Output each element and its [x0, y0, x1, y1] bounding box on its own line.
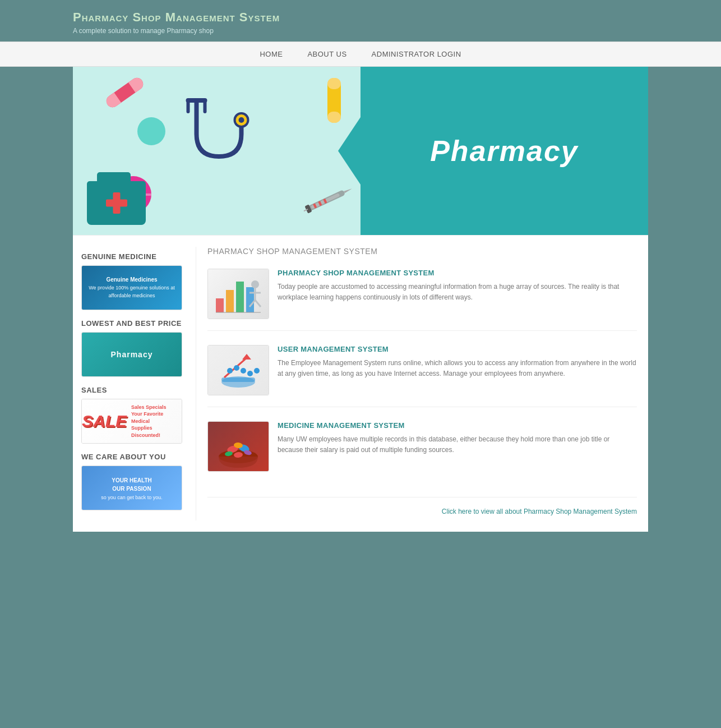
- svg-rect-14: [226, 290, 234, 312]
- view-all-section: Click here to view all about Pharmacy Sh…: [207, 497, 637, 519]
- bandage-yellow-icon: [327, 78, 341, 123]
- view-all-link[interactable]: Click here to view all about Pharmacy Sh…: [442, 508, 637, 515]
- site-header: Pharmacy Shop Management System A comple…: [0, 0, 721, 42]
- pharmacy-system-title: PHARMACY SHOP MANAGEMENT SYSTEM: [278, 269, 637, 277]
- sale-tag-icon: SALE: [82, 412, 127, 431]
- sidebar-sales-title: SALES: [81, 386, 187, 394]
- pharmacy-system-text: PHARMACY SHOP MANAGEMENT SYSTEM Today pe…: [278, 269, 637, 319]
- svg-rect-13: [216, 298, 224, 312]
- sidebar-sale-img: SALE Sales SpecialsYour Favorite Medical…: [81, 399, 182, 444]
- health-passion-text: YOUR HEALTHOUR PASSION: [101, 476, 163, 493]
- stethoscope-icon: [177, 89, 249, 192]
- nav-home[interactable]: HOME: [247, 42, 295, 66]
- sidebar-pharmacy-img: Pharmacy: [81, 332, 182, 377]
- content-item-pharmacy: PHARMACY SHOP MANAGEMENT SYSTEM Today pe…: [207, 269, 637, 331]
- user-management-img: [207, 345, 269, 395]
- content-area: GENUINE MEDICINE Genuine MedicinesWe pro…: [73, 235, 648, 532]
- svg-marker-26: [242, 354, 251, 360]
- medicine-management-title: MEDICINE MANAGEMENT SYSTEM: [278, 421, 637, 430]
- user-management-title: USER MANAGEMENT SYSTEM: [278, 345, 637, 353]
- bandage-icon: [104, 75, 145, 109]
- svg-rect-24: [221, 377, 255, 382]
- nav-about[interactable]: ABOUT US: [295, 42, 359, 66]
- left-sidebar: GENUINE MEDICINE Genuine MedicinesWe pro…: [73, 247, 196, 520]
- sidebar-price-title: LOWEST AND BEST PRICE: [81, 319, 187, 328]
- user-management-desc: The Employee Management System runs onli…: [278, 358, 637, 379]
- sidebar-genuine-img: Genuine MedicinesWe provide 100% genuine…: [81, 265, 182, 310]
- pill-teal-icon: [137, 117, 165, 145]
- pharmacy-system-desc: Today people are accustomed to accessing…: [278, 282, 637, 303]
- medicine-management-text: MEDICINE MANAGEMENT SYSTEM Many UW emplo…: [278, 421, 637, 472]
- site-title: Pharmacy Shop Management System: [73, 10, 648, 25]
- svg-point-5: [238, 117, 244, 123]
- content-item-user: USER MANAGEMENT SYSTEM The Employee Mana…: [207, 345, 637, 407]
- svg-rect-16: [246, 287, 254, 312]
- user-management-text: USER MANAGEMENT SYSTEM The Employee Mana…: [278, 345, 637, 395]
- svg-point-29: [241, 368, 246, 374]
- sidebar-health-img: YOUR HEALTHOUR PASSION so you can get ba…: [81, 466, 182, 510]
- pharmacy-system-img: [207, 269, 269, 319]
- medicine-management-desc: Many UW employees have multiple records …: [278, 434, 637, 455]
- main-container: Pharmacy GENUINE MEDICINE Genuine Medici…: [73, 67, 648, 532]
- medicine-management-img: [207, 421, 269, 472]
- sale-desc: Sales SpecialsYour Favorite MedicalSuppl…: [131, 404, 182, 439]
- content-item-medicine: MEDICINE MANAGEMENT SYSTEM Many UW emplo…: [207, 421, 637, 483]
- banner-pharmacy-text: Pharmacy: [430, 134, 579, 168]
- syringe-icon: [301, 179, 359, 220]
- navigation-bar: HOME ABOUT US ADMINISTRATOR LOGIN: [0, 42, 721, 67]
- nav-admin-login[interactable]: ADMINISTRATOR LOGIN: [359, 42, 474, 66]
- sidebar-pharmacy-text: Pharmacy: [111, 350, 153, 359]
- svg-point-28: [234, 365, 239, 371]
- svg-point-18: [251, 280, 259, 288]
- svg-point-30: [247, 371, 253, 376]
- svg-point-27: [227, 368, 233, 374]
- sidebar-genuine-title: GENUINE MEDICINE: [81, 252, 187, 261]
- right-section-title: PHARMACY SHOP MANAGEMENT SYSTEM: [207, 247, 637, 260]
- svg-point-31: [254, 368, 260, 374]
- sidebar-care-title: WE CARE ABOUT YOU: [81, 453, 187, 461]
- banner-left-panel: [73, 67, 360, 235]
- medical-bag-icon: [87, 181, 146, 225]
- right-content: PHARMACY SHOP MANAGEMENT SYSTEM: [196, 247, 648, 520]
- svg-rect-15: [236, 282, 244, 312]
- hero-banner: Pharmacy: [73, 67, 648, 235]
- sidebar-genuine-text: Genuine MedicinesWe provide 100% genuine…: [86, 276, 177, 300]
- site-subtitle: A complete solution to manage Pharmacy s…: [73, 27, 648, 35]
- svg-line-22: [255, 300, 261, 307]
- banner-right-panel: Pharmacy: [360, 67, 648, 235]
